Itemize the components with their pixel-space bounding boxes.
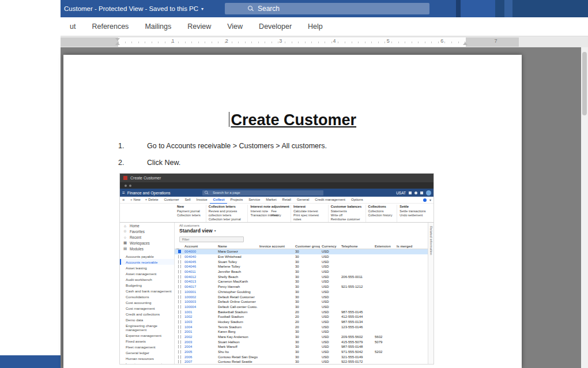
company-picker: USAT	[396, 191, 406, 195]
tab-label: Service	[248, 197, 260, 203]
d365-app-name: Finance and Operations	[127, 191, 171, 195]
window-controls-area	[456, 0, 461, 17]
hamburger-icon: ≡	[122, 190, 125, 196]
ribbon-tab[interactable]: Mailings	[137, 17, 179, 36]
window-title-text: Customer - Protected View - Saved to thi…	[64, 5, 198, 12]
table-row: 2006 Contoso Retail San Diego 30 USD 321…	[175, 354, 428, 359]
action-pane-tab: Retail	[279, 197, 293, 203]
ribbon-tab[interactable]: View	[219, 17, 251, 36]
cell-account: 2004	[183, 345, 216, 348]
step-item: 1. Go to Accounts receivable > Customers…	[63, 141, 522, 151]
ribbon-tab[interactable]: ut	[62, 17, 84, 36]
ribbon-tab[interactable]: Review	[179, 17, 219, 36]
cell-currency: USD	[320, 330, 340, 333]
nav-item: ☆ Favorites	[120, 228, 174, 234]
nav-module-item: Human resources	[120, 355, 174, 361]
step-item: 2. Click New.	[63, 158, 522, 168]
row-checkbox	[178, 285, 181, 288]
step-number: 1.	[118, 141, 147, 151]
nav-module-item: Accounts payable	[120, 253, 174, 259]
row-checkbox	[178, 275, 181, 279]
cell-customer-group: 30	[293, 285, 320, 288]
action-pane-tab: Market	[262, 197, 278, 203]
cell-customer-group: 20	[293, 320, 320, 324]
cell-account: 100003	[183, 300, 216, 303]
nav-item: ▤ Modules	[120, 246, 174, 251]
embedded-screenshot-image[interactable]: Create Customer ≡ Finance and Operations…	[119, 173, 434, 365]
cell-name: Basketball Stadium	[216, 310, 258, 314]
ribbon-command: Collection history	[368, 213, 395, 217]
action-pane-tab: Sell	[182, 197, 193, 203]
table-row: 004000 Mara Gomez 30 USD	[175, 249, 428, 254]
browser-toolbar	[120, 182, 434, 189]
indent-marker-right[interactable]	[463, 42, 468, 45]
cell-currency: USD	[320, 285, 340, 288]
row-checkbox	[178, 335, 181, 339]
indent-marker-first-line[interactable]	[115, 38, 120, 41]
cell-currency: USD	[320, 350, 340, 354]
tab-icon: ×	[145, 197, 148, 203]
cell-account: 004012	[183, 275, 216, 279]
cell-name: Contoso Retail Seattle	[216, 360, 258, 363]
vertical-scrollbar[interactable]	[581, 47, 588, 368]
view-selector: Standard view ▾	[179, 228, 216, 234]
action-pane-right-icons: ▾	[423, 198, 431, 202]
search-input[interactable]: Search	[225, 3, 429, 14]
cell-name: Football Stadium	[216, 315, 258, 318]
cell-name: Default Call-center Custo…	[216, 305, 258, 309]
d365-window-title-bar: Create Customer	[120, 174, 434, 182]
ribbon-tab[interactable]: References	[84, 17, 137, 36]
row-checkbox	[178, 290, 181, 294]
action-pane-tabs: +New ×Delete Customer Sell Invoice Colle…	[128, 197, 365, 204]
cell-name: Stuart Hallson	[216, 340, 258, 344]
cell-currency: USD	[320, 270, 340, 273]
d365-header-actions: USAT	[396, 189, 431, 197]
cell-telephone: 209-555-5602	[340, 335, 373, 339]
cell-customer-group: 30	[293, 300, 320, 303]
tab-label: Invoice	[197, 197, 208, 203]
cell-account: 004040	[183, 255, 216, 258]
cell-customer-group: 30	[293, 340, 320, 344]
group-title: Collection letters	[209, 205, 246, 208]
group-title: Settle	[399, 205, 431, 208]
cell-account: 004046	[183, 265, 216, 268]
row-checkbox	[178, 305, 181, 309]
ruler-left-margin	[61, 37, 118, 47]
table-row: 2005 Shu Ito 30 USD 971-555-5042 5202	[175, 350, 428, 355]
help-icon	[420, 191, 423, 194]
d365-header: ≡ Finance and Operations Search for a pa…	[120, 189, 434, 197]
table-row: 1001 Basketball Stadium 20 USD 987-555-0…	[175, 309, 428, 314]
cell-currency: USD	[320, 255, 340, 258]
ribbon-command: Write off	[331, 213, 363, 217]
indent-marker-hanging[interactable]	[115, 42, 120, 45]
page-label: All customers	[179, 224, 199, 227]
cell-account: 004000	[183, 250, 216, 253]
group-title: New	[177, 205, 203, 208]
row-checkbox	[178, 325, 181, 329]
document-heading: Create Customer	[63, 111, 522, 129]
ribbon-tab[interactable]: Help	[300, 17, 331, 36]
ribbon-tab[interactable]: Developer	[251, 17, 300, 36]
ribbon-command: Print spec interest notes	[293, 213, 326, 221]
nav-item: ⌂ Home	[120, 223, 174, 228]
d365-left-nav: ⌂ Home ☆ Favorites ○	[120, 223, 175, 365]
cell-account: 2005	[183, 350, 216, 354]
cell-name: Shelly Beach	[216, 275, 258, 279]
ribbon-group-collections: Collections CollectionsCollection histor…	[366, 205, 398, 222]
table-row: 100004 Default Call-center Custo… 30 USD	[175, 305, 428, 310]
document-title-dropdown[interactable]: Customer - Protected View - Saved to thi…	[64, 0, 203, 17]
cell-currency: USD	[320, 360, 340, 363]
cell-currency: USD	[320, 260, 340, 264]
text-cursor	[229, 112, 230, 127]
ruler-number: 4	[331, 38, 337, 44]
scrollbar-thumb[interactable]	[582, 52, 587, 115]
cell-extension: 5602	[373, 335, 395, 339]
cell-customer-group: 30	[293, 265, 320, 268]
action-pane-tab: General	[293, 197, 311, 203]
ruler-number: 2	[224, 38, 229, 44]
chevron-down-icon: ▾	[201, 6, 203, 12]
cell-customer-group: 30	[293, 290, 320, 294]
table-row: 2001 Karen Berg 30 USD	[175, 329, 428, 335]
grid-filter-input: Filter	[179, 236, 244, 242]
table-row: 1004 Tennis Stadium 20 USD 123-555-0146	[175, 324, 428, 329]
